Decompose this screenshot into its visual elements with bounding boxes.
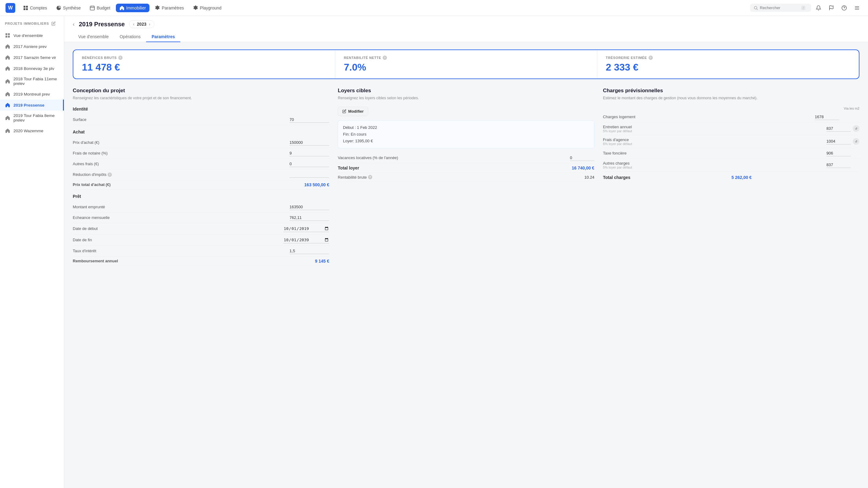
sidebar-item-vue-ensemble[interactable]: Vue d'ensemble [0,30,64,41]
sidebar-header: PROJETS IMMOBILIERS [0,21,64,30]
prix-achat-label: Prix d'achat (€) [73,140,99,145]
sidebar-item-2019-pressense[interactable]: 2019 Pressense [0,100,64,110]
reduction-info-icon[interactable]: ? [107,172,112,177]
home2-icon [5,102,10,108]
charges-desc: Estimez le montant des charges de gestio… [603,96,860,101]
svg-rect-2 [24,8,25,10]
sidebar-item-2019-tour-fabia[interactable]: 2019 Tour Fabia 8eme prelev [0,110,64,125]
year-prev-btn[interactable]: ‹ [133,22,134,27]
benefices-info-icon[interactable]: ? [118,56,123,60]
montant-emprunte-input[interactable] [289,204,329,210]
frais-agence-reset-icon[interactable]: ↺ [853,138,860,145]
entretien-annuel-input[interactable] [827,126,851,132]
svg-rect-19 [8,36,10,38]
tab-parametres[interactable]: Paramètres [146,32,180,42]
svg-line-9 [757,8,758,10]
metric-tresorerie-label: TRÉSORERIE ESTIMÉE ? [606,56,850,60]
montant-emprunte-label: Montant emprunté [73,205,105,209]
edit-icon[interactable] [51,21,56,26]
svg-rect-3 [26,8,28,10]
sidebar-item-2019-montreuil[interactable]: 2019 Montreuil prev [0,89,64,100]
rentabilite-info-icon[interactable]: ? [383,56,387,60]
conception-section: Conception du projet Renseignez les cara… [73,88,329,266]
total-charges-row: Total charges 5 262,00 € [603,173,860,182]
reduction-impots-row: Réduction d'impôts ? [73,169,329,180]
home-icon [120,5,124,10]
back-button[interactable]: ‹ [73,21,74,28]
reduction-impots-input[interactable] [289,172,329,178]
charges-logement-row: Charges logement [603,112,860,123]
montant-emprunte-row: Montant emprunté [73,202,329,213]
surface-row: Surface [73,115,329,125]
main-content: ‹ 2019 Pressense ‹ 2023 › Vue d'ensemble… [64,16,868,488]
rentabilite-brute-info-icon[interactable]: ? [368,175,372,179]
date-debut-input[interactable] [283,225,329,232]
prix-achat-input[interactable] [289,139,329,146]
remboursement-annuel-label: Remboursement annuel [73,259,118,263]
search-input[interactable] [760,5,800,10]
loyer-card-loyer: Loyer: 1395,00 € [343,138,589,144]
nav-budget[interactable]: Budget [86,4,114,12]
nav-immobilier[interactable]: Immobilier [116,4,150,12]
svg-rect-17 [8,33,10,35]
sidebar-item-2017-sarrazin[interactable]: 2017 Sarrazin 5eme vir [0,52,64,63]
taux-interet-input[interactable] [289,248,329,254]
tab-vue-ensemble[interactable]: Vue d'ensemble [73,32,114,42]
year-nav: ‹ 2023 › [129,20,154,28]
prix-total-row: Prix total d'achat (€) 163 500,00 € [73,180,329,190]
echeance-mensuelle-input[interactable] [289,215,329,221]
frais-agence-sublabel: 6% loyer par défaut [603,142,825,146]
sidebar-item-2018-bonnevay[interactable]: 2018 Bonnevay 3e plv [0,63,64,74]
rentabilite-brute-label: Rentabilité brute ? [338,175,372,180]
svg-rect-16 [5,33,7,35]
sidebar-item-2020-wazemme[interactable]: 2020 Wazemme [0,125,64,136]
year-next-btn[interactable]: › [149,22,150,27]
taxe-fonciere-input[interactable] [827,150,851,156]
total-loyer-value: 16 740,00 € [572,165,594,170]
help-btn[interactable] [839,2,850,13]
conception-title: Conception du projet [73,88,329,94]
autres-frais-input[interactable] [289,161,329,167]
achat-label: Achat [73,129,329,134]
autres-charges-row: Autres charges 5% loyer par défaut [603,159,860,172]
notifications-btn[interactable] [813,2,824,13]
loyer-card-fin: Fin: En cours [343,131,589,138]
search-icon [754,6,758,10]
frais-agence-label: Frais d'agence [603,137,825,142]
total-charges-label: Total charges [603,175,630,180]
charges-section: Charges prévisionnelles Estimez le monta… [603,88,860,266]
year-label: 2023 [137,22,146,27]
charges-logement-input[interactable] [815,114,839,120]
frais-notaire-input[interactable] [289,150,329,156]
nav-playground[interactable]: Playground [189,4,225,12]
flag-btn[interactable] [826,2,837,13]
date-fin-label: Date de fin [73,237,92,242]
svg-rect-4 [90,6,94,10]
surface-input[interactable] [289,117,329,123]
menu-btn[interactable] [851,2,863,13]
metric-benefices-value: 11 478 € [82,62,327,73]
sidebar-item-2018-tour-fabia[interactable]: 2018 Tour Fabia 11eme prelev [0,74,64,89]
taux-interet-row: Taux d'intérêt [73,246,329,257]
tab-operations[interactable]: Opérations [114,32,146,42]
gear2-icon [193,5,198,10]
autres-charges-input[interactable] [827,162,851,168]
date-fin-input[interactable] [283,237,329,243]
metric-benefices-label: BÉNÉFICES BRUTS ? [82,56,327,60]
frais-agence-input[interactable] [827,138,851,144]
remboursement-annuel-row: Remboursement annuel 9 145 € [73,257,329,266]
topnav: W Comptes Synthèse Budget Immobilier Par… [0,0,868,16]
modifier-button[interactable]: Modifier [338,106,368,116]
content-area: BÉNÉFICES BRUTS ? 11 478 € RENTABILITÉ N… [64,42,868,273]
vacances-locatives-input[interactable] [570,155,594,161]
metrics-card: BÉNÉFICES BRUTS ? 11 478 € RENTABILITÉ N… [73,50,860,79]
home2-icon [5,66,10,71]
nav-comptes[interactable]: Comptes [20,4,51,12]
nav-synthese[interactable]: Synthèse [53,4,84,12]
entretien-annuel-row: Entretien annuel 5% loyer par défaut ↺ [603,123,860,135]
app-logo: W [5,3,15,13]
sidebar-item-2017-asniere[interactable]: 2017 Asniere prev [0,41,64,52]
entretien-reset-icon[interactable]: ↺ [853,125,860,132]
tresorerie-info-icon[interactable]: ? [649,56,653,60]
nav-parametres[interactable]: Paramètres [151,4,187,12]
